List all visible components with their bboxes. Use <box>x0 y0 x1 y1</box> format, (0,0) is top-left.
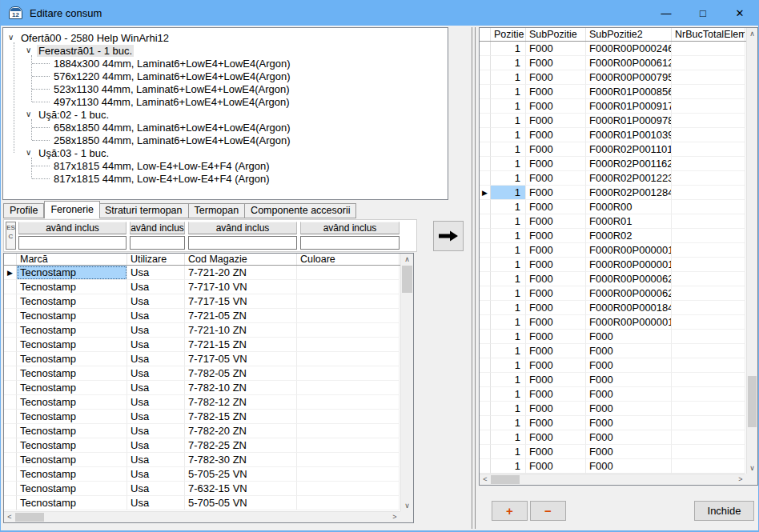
cell-pozitie[interactable]: 1 <box>491 56 526 70</box>
cell-marca[interactable]: Tecnostamp <box>17 266 127 280</box>
remove-row-button[interactable]: − <box>530 501 566 521</box>
table-row[interactable]: 1 F000 F000 <box>480 330 746 344</box>
cell-subpozitie2[interactable]: F000R00P000612 <box>586 56 672 70</box>
table-row[interactable]: 1 F000 F000 <box>480 416 746 430</box>
cell-subpozitie[interactable]: F000 <box>526 200 586 214</box>
filter-input-utilizare[interactable] <box>130 236 185 250</box>
cell-subpozitie[interactable]: F000 <box>526 114 586 128</box>
cell-cod-magazie[interactable]: 7-721-10 ZN <box>185 323 297 338</box>
cell-subpozitie2[interactable]: F000R02P001101 <box>586 142 672 157</box>
cell-culoare[interactable] <box>297 381 400 395</box>
cell-culoare[interactable] <box>297 453 400 467</box>
cell-culoare[interactable] <box>297 352 400 366</box>
table-row[interactable]: 1 F000 F000 <box>480 445 746 459</box>
tab-componente-accesorii[interactable]: Componente accesorii <box>245 203 356 218</box>
cell-utilizare[interactable]: Usa <box>127 438 185 453</box>
cell-subpozitie[interactable]: F000 <box>526 272 586 286</box>
table-row[interactable]: Tecnostamp Usa 5-705-25 VN <box>4 467 400 482</box>
cell-pozitie[interactable]: 1 <box>491 272 526 286</box>
table-row[interactable]: Tecnostamp Usa 7-721-10 ZN <box>4 323 400 338</box>
cell-culoare[interactable] <box>297 438 400 453</box>
cell-culoare[interactable] <box>297 338 400 352</box>
filter-header-marca[interactable]: având inclus <box>18 222 127 234</box>
scrollbar-thumb[interactable] <box>748 376 757 427</box>
table-row[interactable]: 1 F000 F000R02P001223 <box>480 171 746 186</box>
scroll-left-icon[interactable]: < <box>4 512 15 522</box>
cell-cod-magazie[interactable]: 7-721-15 ZN <box>185 338 297 352</box>
table-row[interactable]: 1 F000 F000 <box>480 387 746 402</box>
cell-nrbuctotalelement[interactable] <box>672 387 745 402</box>
table-row[interactable]: Tecnostamp Usa 7-721-05 ZN <box>4 309 400 323</box>
cell-nrbuctotalelement[interactable] <box>672 42 745 56</box>
cell-subpozitie2[interactable]: F000R00P000795 <box>586 70 672 85</box>
table-row[interactable]: 1 F000 F000R01P001039 <box>480 128 746 142</box>
minimize-button[interactable]: — <box>648 0 685 26</box>
scroll-down-icon[interactable]: ∨ <box>747 462 757 474</box>
scroll-right-icon[interactable]: > <box>389 512 400 522</box>
cell-marca[interactable]: Tecnostamp <box>17 366 127 381</box>
cell-subpozitie2[interactable]: F000R02P001284 <box>586 186 672 200</box>
tree-item[interactable]: 258x1850 44mm, Laminat6+LowE4+LowE4(Argo… <box>3 134 448 146</box>
cell-nrbuctotalelement[interactable] <box>672 358 745 373</box>
cell-culoare[interactable] <box>297 496 400 510</box>
cell-subpozitie2[interactable]: F000 <box>586 330 672 344</box>
table-row[interactable]: 1 F000 F000 <box>480 344 746 358</box>
cell-pozitie[interactable]: 1 <box>491 214 526 229</box>
tree-item[interactable]: 817x1815 44mm, Low-E4+Low-E4+F4 (Argon) <box>3 172 448 185</box>
cell-nrbuctotalelement[interactable] <box>672 459 745 474</box>
cell-subpozitie[interactable]: F000 <box>526 42 586 56</box>
cell-marca[interactable]: Tecnostamp <box>17 438 127 453</box>
cell-subpozitie[interactable]: F000 <box>526 56 586 70</box>
cell-marca[interactable]: Tecnostamp <box>17 323 127 338</box>
cell-pozitie[interactable]: 1 <box>491 445 526 459</box>
cell-nrbuctotalelement[interactable] <box>672 402 745 416</box>
tree-chevron-icon[interactable]: ∨ <box>26 147 37 158</box>
cell-marca[interactable]: Tecnostamp <box>17 424 127 438</box>
cell-subpozitie2[interactable]: F000R01P000917 <box>586 99 672 114</box>
cell-utilizare[interactable]: Usa <box>127 381 185 395</box>
cell-marca[interactable]: Tecnostamp <box>17 482 127 496</box>
table-row[interactable]: 1 F000 F000R00P000001 <box>480 258 746 272</box>
cell-nrbuctotalelement[interactable] <box>672 258 745 272</box>
cell-subpozitie[interactable]: F000 <box>526 301 586 315</box>
cell-pozitie[interactable]: 1 <box>491 114 526 128</box>
cell-subpozitie2[interactable]: F000R02 <box>586 229 672 243</box>
cell-subpozitie2[interactable]: F000 <box>586 430 672 445</box>
tree-item[interactable]: 817x1815 44mm, Low-E4+Low-E4+F4 (Argon) <box>3 159 448 172</box>
table-row[interactable]: 1 F000 F000R00 <box>480 200 746 214</box>
cell-pozitie[interactable]: 1 <box>491 186 526 200</box>
table-row[interactable]: 1 F000 F000R02 <box>480 229 746 243</box>
cell-culoare[interactable] <box>297 266 400 280</box>
cell-subpozitie[interactable]: F000 <box>526 387 586 402</box>
cell-subpozitie[interactable]: F000 <box>526 229 586 243</box>
tree-item[interactable]: 576x1220 44mm, Laminat6+LowE4+LowE4(Argo… <box>3 70 448 82</box>
cell-nrbuctotalelement[interactable] <box>672 315 745 330</box>
cell-pozitie[interactable]: 1 <box>491 358 526 373</box>
table-row[interactable]: Tecnostamp Usa 7-782-25 ZN <box>4 438 400 453</box>
cell-cod-magazie[interactable]: 7-721-20 ZN <box>185 266 297 280</box>
cell-subpozitie2[interactable]: F000R00P000001 <box>586 315 672 330</box>
cell-nrbuctotalelement[interactable] <box>672 272 745 286</box>
cell-subpozitie2[interactable]: F000R01P001039 <box>586 128 672 142</box>
cell-pozitie[interactable]: 1 <box>491 258 526 272</box>
cell-marca[interactable]: Tecnostamp <box>17 309 127 323</box>
cell-subpozitie2[interactable]: F000R00P000246 <box>586 42 672 56</box>
table-row[interactable]: Tecnostamp Usa 7-782-15 ZN <box>4 410 400 424</box>
table-row[interactable]: Tecnostamp Usa 7-782-10 ZN <box>4 381 400 395</box>
cell-nrbuctotalelement[interactable] <box>672 142 745 157</box>
cell-nrbuctotalelement[interactable] <box>672 214 745 229</box>
cell-subpozitie2[interactable]: F000R00P000062 <box>586 272 672 286</box>
cell-marca[interactable]: Tecnostamp <box>17 352 127 366</box>
scrollbar-thumb[interactable] <box>402 266 412 293</box>
tree-chevron-icon[interactable]: ∨ <box>26 109 37 120</box>
cell-nrbuctotalelement[interactable] <box>672 416 745 430</box>
cell-subpozitie[interactable]: F000 <box>526 128 586 142</box>
table-row[interactable]: 1 F000 F000R02P001162 <box>480 157 746 171</box>
cell-marca[interactable]: Tecnostamp <box>17 381 127 395</box>
table-row[interactable]: 1 F000 F000R00P000001 <box>480 243 746 258</box>
cell-pozitie[interactable]: 1 <box>491 42 526 56</box>
cell-utilizare[interactable]: Usa <box>127 266 185 280</box>
cell-subpozitie[interactable]: F000 <box>526 430 586 445</box>
cell-subpozitie2[interactable]: F000 <box>586 402 672 416</box>
cell-pozitie[interactable]: 1 <box>491 330 526 344</box>
